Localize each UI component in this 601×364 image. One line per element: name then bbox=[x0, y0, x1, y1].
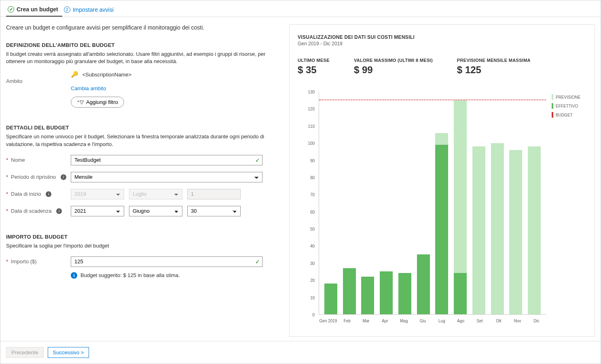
check-icon: ✓ bbox=[255, 157, 260, 163]
x-axis-label: Ago bbox=[451, 316, 470, 327]
info-icon: i bbox=[71, 272, 77, 279]
forecast-bar bbox=[509, 150, 522, 314]
actual-bar bbox=[361, 277, 374, 314]
forecast-swatch bbox=[552, 94, 553, 100]
wizard-tabs: ✓ Crea un budget 2 Impostare avvisi bbox=[0, 0, 601, 17]
name-label: Nome bbox=[11, 157, 25, 163]
stat-forecast-value: $ 125 bbox=[457, 64, 531, 76]
reset-label: Periodo di ripristino bbox=[11, 174, 56, 180]
scope-section: DEFINIZIONE DELL'AMBITO DEL BUDGET Il bu… bbox=[6, 42, 281, 108]
x-axis-label: Nov bbox=[508, 316, 527, 327]
details-section: DETTAGLI DEL BUDGET Specificare un nome … bbox=[6, 125, 281, 217]
forecast-bar bbox=[528, 146, 541, 314]
step-number-icon: 2 bbox=[64, 6, 70, 13]
bar-slot bbox=[377, 92, 396, 314]
section-title: IMPORTO DEL BUDGET bbox=[6, 234, 281, 240]
x-axis-label: Apr bbox=[375, 316, 394, 327]
actual-bar bbox=[343, 268, 356, 314]
amount-label: Importo ($) bbox=[11, 258, 37, 265]
add-filter-label: Aggiungi filtro bbox=[86, 99, 118, 105]
forecast-bar bbox=[472, 146, 485, 314]
bar-slot bbox=[507, 92, 525, 314]
stat-last-month-label: ULTIMO MESE bbox=[298, 58, 330, 63]
chart-title: VISUALIZZAZIONE DEI DATI SUI COSTI MENSI… bbox=[298, 34, 586, 40]
tab-label: Impostare avvisi bbox=[73, 6, 114, 13]
section-title: DETTAGLI DEL BUDGET bbox=[6, 125, 281, 131]
actual-bar bbox=[435, 145, 448, 314]
tab-set-alerts[interactable]: 2 Impostare avvisi bbox=[62, 4, 118, 17]
bar-slot bbox=[359, 92, 377, 314]
chart-legend: PREVISIONE EFFETTIVO BUDGET bbox=[546, 92, 586, 327]
start-year-select: 2019 bbox=[71, 189, 124, 199]
tab-create-budget[interactable]: ✓ Crea un budget bbox=[6, 4, 62, 17]
filter-icon: ⁺▽ bbox=[77, 99, 84, 105]
bar-slot bbox=[470, 92, 488, 314]
bar-slot bbox=[340, 92, 359, 314]
stat-max-label: VALORE MASSIMO (ULTIMI 8 MESI) bbox=[354, 58, 433, 63]
bar-slot bbox=[451, 92, 470, 314]
key-icon: 🔑 bbox=[71, 71, 78, 78]
add-filter-button[interactable]: ⁺▽ Aggiungi filtro bbox=[71, 97, 124, 108]
info-icon[interactable]: i bbox=[56, 208, 62, 214]
end-month-select[interactable]: Giugno bbox=[129, 206, 182, 216]
end-year-select[interactable]: 2021 bbox=[71, 206, 124, 216]
suggested-budget-hint: Budget suggerito: $ 125 in base alla sti… bbox=[80, 272, 180, 278]
chart-panel: VISUALIZZAZIONE DEI DATI SUI COSTI MENSI… bbox=[289, 24, 595, 337]
budget-swatch bbox=[552, 112, 553, 118]
wizard-footer: Precedente Successivo > bbox=[0, 341, 601, 364]
stat-max-value: $ 99 bbox=[354, 64, 433, 76]
amount-input[interactable] bbox=[71, 256, 262, 267]
budget-name-input[interactable] bbox=[71, 155, 262, 165]
bar-slot bbox=[488, 92, 507, 314]
actual-bar bbox=[324, 284, 337, 314]
bar-slot bbox=[525, 92, 544, 314]
check-icon: ✓ bbox=[8, 6, 14, 13]
actual-bar bbox=[417, 254, 430, 314]
x-axis-label: Gen 2019 bbox=[319, 316, 338, 327]
form-panel: Creare un budget e configurare avvisi pe… bbox=[6, 24, 281, 337]
x-axis-label: Mag bbox=[394, 316, 413, 327]
intro-text: Creare un budget e configurare avvisi pe… bbox=[6, 24, 281, 31]
budget-threshold-line bbox=[319, 99, 546, 100]
chart-stats: ULTIMO MESE $ 35 VALORE MASSIMO (ULTIMI … bbox=[298, 58, 586, 76]
legend-forecast: PREVISIONE bbox=[556, 95, 580, 99]
change-scope-link[interactable]: Cambia ambito bbox=[71, 85, 106, 91]
chart-subtitle: Gen 2019 - Dic 2019 bbox=[298, 41, 586, 47]
actual-bar bbox=[454, 273, 467, 314]
actual-bar bbox=[380, 271, 393, 314]
section-desc: Specificare la soglia per l'importo del … bbox=[6, 242, 281, 250]
scope-value: <SubscriptionName> bbox=[83, 72, 131, 78]
check-icon: ✓ bbox=[255, 258, 260, 265]
scope-label: Ambito bbox=[6, 78, 71, 84]
start-day-input bbox=[187, 189, 241, 199]
x-axis-label: Set bbox=[470, 316, 489, 327]
x-axis-label: Ott bbox=[489, 316, 508, 327]
bar-slot bbox=[396, 92, 414, 314]
stat-forecast-label: PREVISIONE MENSILE MASSIMA bbox=[457, 58, 531, 63]
end-date-label: Data di scadenza bbox=[11, 208, 51, 214]
reset-period-select[interactable]: Mensile bbox=[71, 172, 262, 182]
section-title: DEFINIZIONE DELL'AMBITO DEL BUDGET bbox=[6, 42, 281, 48]
start-month-select: Luglio bbox=[129, 189, 182, 199]
info-icon[interactable]: i bbox=[61, 174, 66, 180]
amount-section: IMPORTO DEL BUDGET Specificare la soglia… bbox=[6, 234, 281, 279]
x-axis-label: Giu bbox=[413, 316, 432, 327]
start-date-label: Data di inizio bbox=[11, 191, 41, 197]
next-button[interactable]: Successivo > bbox=[48, 347, 89, 358]
tab-label: Crea un budget bbox=[17, 6, 58, 13]
stat-last-month-value: $ 35 bbox=[298, 64, 330, 76]
x-axis-label: Feb bbox=[338, 316, 357, 327]
section-desc: Il budget creato verrà assegnato all'amb… bbox=[6, 51, 281, 65]
bar-slot bbox=[322, 92, 340, 314]
info-icon[interactable]: i bbox=[46, 191, 51, 197]
prev-button: Precedente bbox=[6, 347, 44, 358]
section-desc: Specificare un nome univoco per il budge… bbox=[6, 133, 281, 148]
actual-bar bbox=[398, 273, 411, 314]
cost-chart: 0102030405060708090100110120130 Gen 2019… bbox=[298, 92, 546, 327]
forecast-bar bbox=[491, 143, 504, 314]
bar-slot bbox=[414, 92, 433, 314]
legend-budget: BUDGET bbox=[556, 113, 573, 117]
x-axis-label: Dic bbox=[527, 316, 546, 327]
x-axis-label: Mar bbox=[357, 316, 376, 327]
end-day-select[interactable]: 30 bbox=[187, 206, 241, 216]
